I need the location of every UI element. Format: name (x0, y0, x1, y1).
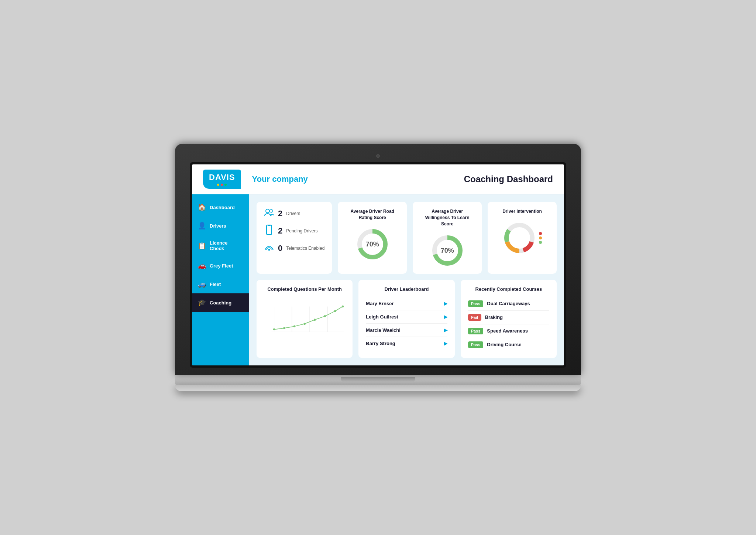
road-rating-title: Average Driver Road Rating Score (345, 208, 399, 221)
app-body: 🏠 Dashboard 👤 Drivers 📋 Licence Check (192, 194, 564, 365)
leaderboard-name-1: Mary Ernser (366, 301, 394, 306)
svg-point-22 (324, 315, 326, 317)
legend-dot-red (539, 232, 542, 235)
logo-dots (209, 184, 235, 186)
svg-point-24 (342, 306, 344, 308)
leaderboard-item[interactable]: Marcia Waelchi ▶ (366, 324, 447, 337)
sidebar-label-fleet: Fleet (210, 282, 221, 287)
svg-point-17 (273, 328, 275, 330)
willingness-value: 70% (441, 246, 454, 254)
road-rating-card: Average Driver Road Rating Score 70% (338, 202, 407, 273)
course-item-4: Pass Driving Course (468, 338, 549, 351)
telematics-count-row: 0 Telematics Enabled (264, 243, 324, 253)
pending-label: Pending Drivers (286, 228, 317, 234)
sidebar-item-dashboard[interactable]: 🏠 Dashboard (192, 198, 249, 217)
intervention-title: Driver Intervention (502, 208, 542, 215)
legend-orange (539, 236, 542, 239)
svg-rect-2 (267, 225, 272, 235)
leaderboard-item[interactable]: Mary Ernser ▶ (366, 297, 447, 310)
company-name: Your company (252, 174, 464, 184)
stats-row: 2 Drivers (257, 202, 557, 273)
pending-icon (264, 225, 274, 237)
licence-icon: 📋 (198, 242, 206, 250)
course-item-1: Pass Dual Carriageways (468, 297, 549, 311)
sidebar-item-drivers[interactable]: 👤 Drivers (192, 217, 249, 235)
legend-dot-orange (539, 236, 542, 239)
leaderboard-item[interactable]: Barry Strong ▶ (366, 337, 447, 350)
chevron-right-icon-1: ▶ (444, 301, 447, 306)
line-chart (264, 297, 345, 341)
laptop-wrapper: DAVIS Your company Coaching Dashboard (175, 144, 581, 391)
main-content: 2 Drivers (249, 194, 564, 365)
sidebar-label-drivers: Drivers (210, 223, 226, 229)
svg-point-4 (268, 249, 270, 251)
course-name-4: Driving Course (487, 342, 521, 347)
laptop-screen-bezel: DAVIS Your company Coaching Dashboard (190, 162, 566, 367)
course-item-3: Pass Speed Awareness (468, 324, 549, 338)
svg-point-23 (334, 310, 336, 312)
road-rating-value: 70% (366, 240, 379, 248)
sidebar-item-fleet[interactable]: 🚙 Fleet (192, 275, 249, 293)
fleet-icon: 🚙 (198, 280, 206, 288)
chevron-right-icon-3: ▶ (444, 327, 447, 333)
course-name-3: Speed Awareness (487, 328, 528, 334)
logo-dot-yellow (217, 184, 219, 186)
course-name-1: Dual Carriageways (487, 301, 530, 306)
laptop-hinge (341, 377, 415, 382)
completed-questions-card: Completed Questions Per Month (257, 280, 353, 358)
sidebar-item-coaching[interactable]: 🎓 Coaching (192, 293, 249, 312)
course-badge-2: Fail (468, 314, 481, 321)
bottom-row: Completed Questions Per Month (257, 280, 557, 358)
intervention-donut (503, 221, 536, 255)
course-badge-4: Pass (468, 341, 484, 348)
leaderboard-title: Driver Leaderboard (366, 286, 447, 292)
recently-completed-title: Recently Completed Courses (468, 286, 549, 292)
page-title: Coaching Dashboard (464, 174, 553, 184)
leaderboard-name-3: Marcia Waelchi (366, 327, 400, 333)
willingness-card: Average Driver Willingness To Learn Scor… (413, 202, 482, 273)
svg-point-20 (303, 323, 306, 325)
svg-point-0 (266, 209, 269, 213)
app-header: DAVIS Your company Coaching Dashboard (192, 164, 564, 194)
legend-dot-green (539, 241, 542, 244)
legend-green (539, 241, 542, 244)
drivers-count-row: 2 Drivers (264, 208, 324, 219)
logo: DAVIS (203, 170, 241, 189)
svg-point-21 (314, 318, 316, 321)
telematics-label: Telematics Enabled (286, 246, 324, 252)
leaderboard-name-4: Barry Strong (366, 341, 395, 346)
leaderboard-name-2: Leigh Guilrest (366, 314, 398, 320)
home-icon: 🏠 (198, 203, 206, 211)
telematics-number: 0 (278, 243, 282, 253)
drivers-label: Drivers (286, 211, 300, 217)
telematics-icon (264, 243, 274, 253)
sidebar-label-coaching: Coaching (210, 300, 231, 306)
sidebar-label-dashboard: Dashboard (210, 205, 235, 210)
svg-point-19 (293, 325, 296, 327)
laptop-camera (376, 154, 380, 158)
logo-dot-red (221, 184, 223, 186)
pending-number: 2 (278, 226, 282, 236)
pending-count-row: 2 Pending Drivers (264, 225, 324, 237)
sidebar-item-grey-fleet[interactable]: 🚗 Grey Fleet (192, 256, 249, 275)
intervention-legend (539, 232, 542, 244)
course-name-2: Braking (485, 314, 503, 320)
laptop-screen-outer: DAVIS Your company Coaching Dashboard (175, 144, 581, 375)
chevron-right-icon-4: ▶ (444, 341, 447, 346)
chevron-right-icon-2: ▶ (444, 314, 447, 320)
leaderboard-item[interactable]: Leigh Guilrest ▶ (366, 310, 447, 324)
logo-dot-green (224, 184, 227, 186)
laptop-bottom (175, 385, 581, 391)
laptop-screen: DAVIS Your company Coaching Dashboard (192, 164, 564, 365)
driver-counts-card: 2 Drivers (257, 202, 332, 273)
sidebar-label-licence: Licence Check (210, 240, 243, 251)
grey-fleet-icon: 🚗 (198, 262, 206, 270)
svg-point-18 (283, 327, 285, 329)
willingness-donut: 70% (431, 234, 464, 267)
sidebar-item-licence-check[interactable]: 📋 Licence Check (192, 235, 249, 256)
laptop-base (175, 375, 581, 385)
course-item-2: Fail Braking (468, 311, 549, 324)
completed-questions-title: Completed Questions Per Month (264, 286, 345, 292)
svg-point-1 (270, 209, 273, 212)
svg-rect-3 (268, 225, 271, 226)
